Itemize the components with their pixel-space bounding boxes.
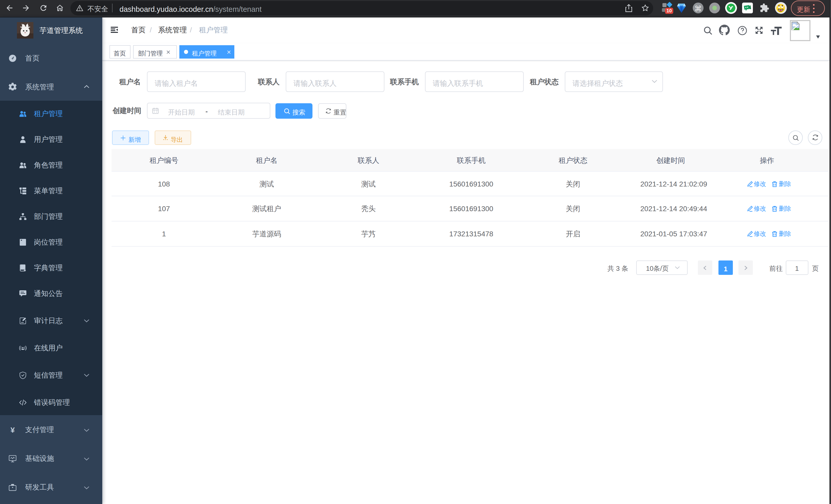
svg-text:¥: ¥ <box>10 426 15 433</box>
